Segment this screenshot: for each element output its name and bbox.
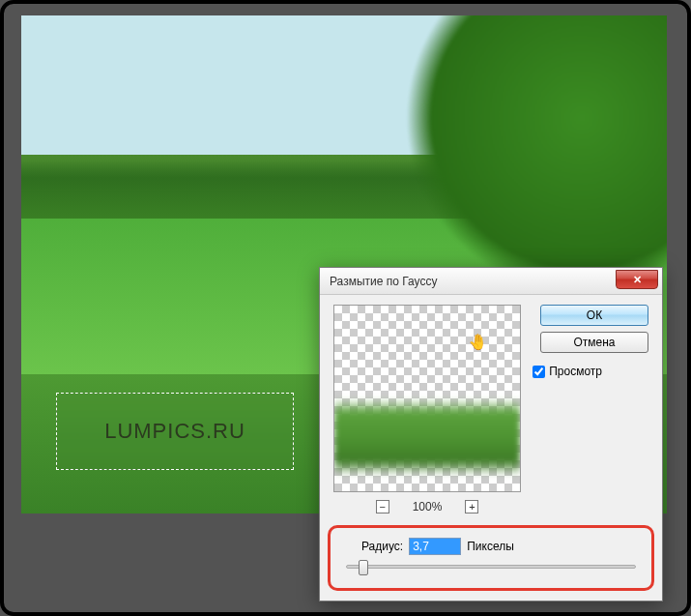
cancel-button[interactable]: Отмена [540,332,648,353]
close-button[interactable]: ✕ [616,270,658,289]
zoom-value: 100% [413,500,443,513]
watermark-text: LUMPICS.RU [104,419,245,444]
minus-icon: − [379,502,385,513]
radius-input[interactable] [409,538,461,555]
preview-checkbox-label: Просмотр [549,365,602,378]
preview-checkbox-row[interactable]: Просмотр [533,365,602,378]
plus-icon: + [469,502,475,513]
dialog-titlebar[interactable]: Размытие по Гауссу ✕ [320,268,662,295]
dialog-body: ✋ − 100% + ОК Отмена Просмотр Радиус: Пи… [320,295,662,601]
radius-control-highlight: Радиус: Пикселы [328,525,654,591]
dialog-title: Размытие по Гауссу [330,275,437,288]
radius-slider[interactable] [346,565,636,569]
close-icon: ✕ [633,274,642,286]
radius-unit: Пикселы [467,540,514,553]
ok-button[interactable]: ОК [540,305,648,326]
gaussian-blur-dialog: Размытие по Гауссу ✕ ✋ − 100% + ОК Отмен… [319,267,663,601]
preview-content [334,398,520,476]
marquee-selection[interactable]: LUMPICS.RU [56,393,294,470]
radius-label: Радиус: [361,540,403,553]
radius-row: Радиус: Пикселы [342,538,640,555]
zoom-in-button[interactable]: + [465,500,478,513]
preview-checkbox[interactable] [533,366,545,378]
radius-slider-thumb[interactable] [359,560,368,575]
filter-preview[interactable]: ✋ [333,305,521,492]
zoom-controls: − 100% + [333,498,521,515]
hand-cursor-icon: ✋ [468,333,487,351]
zoom-out-button[interactable]: − [376,500,389,513]
photo-tree-right [396,15,667,286]
